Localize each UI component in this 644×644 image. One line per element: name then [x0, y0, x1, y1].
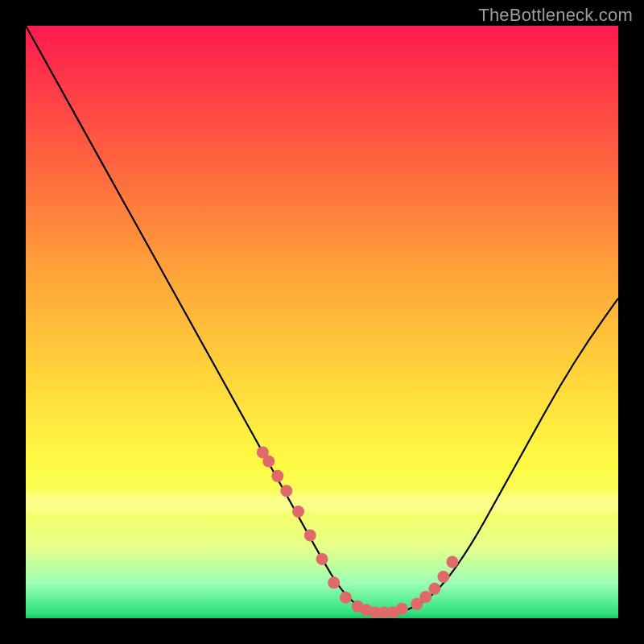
valley-marker — [340, 592, 352, 604]
valley-marker — [328, 576, 340, 588]
valley-marker — [446, 556, 458, 568]
valley-marker — [271, 470, 283, 482]
valley-marker — [280, 485, 292, 497]
valley-markers — [257, 446, 459, 618]
valley-marker — [428, 583, 440, 595]
curve-layer — [26, 26, 618, 618]
valley-marker — [262, 455, 275, 467]
bottleneck-curve — [26, 26, 618, 613]
plot-area — [26, 26, 618, 618]
valley-marker — [292, 506, 304, 518]
valley-marker — [437, 571, 449, 583]
valley-marker — [396, 603, 408, 615]
chart-frame: TheBottleneck.com — [0, 0, 644, 644]
watermark-text: TheBottleneck.com — [478, 5, 633, 26]
valley-marker — [419, 591, 431, 603]
valley-marker — [304, 529, 316, 541]
valley-marker — [316, 553, 328, 565]
